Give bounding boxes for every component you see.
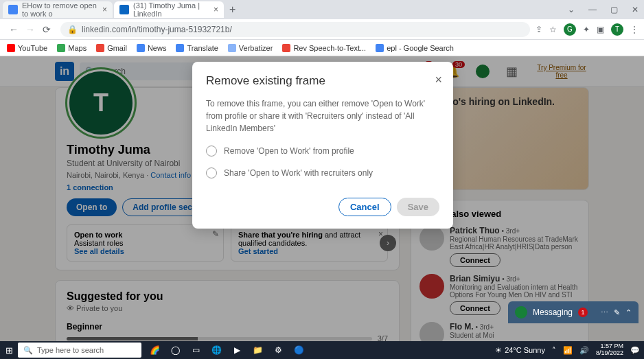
modal-description: To remove this frame, you can either rem… <box>206 97 439 135</box>
cancel-button[interactable]: Cancel <box>338 198 391 216</box>
menu-icon[interactable]: ⋮ <box>630 25 639 34</box>
volume-icon[interactable]: 🔊 <box>579 346 589 355</box>
modal-title: Remove existing frame <box>206 74 439 88</box>
sidepanel-icon[interactable]: ▣ <box>597 25 604 34</box>
browser-tab-strip: EHow to remove open to work o × (31) Tim… <box>0 0 644 19</box>
extensions-icon[interactable]: ✦ <box>583 25 590 34</box>
wifi-icon[interactable]: 📶 <box>563 346 573 355</box>
browser-tab-2[interactable]: (31) Timothy Juma | LinkedIn × <box>114 1 224 18</box>
remove-frame-modal: Remove existing frame × To remove this f… <box>192 62 453 229</box>
radio-icon[interactable] <box>206 167 217 178</box>
back-icon[interactable]: ← <box>5 24 22 35</box>
url-text: linkedin.com/in/timothy-juma-51932721b/ <box>82 25 232 34</box>
media-icon[interactable]: ▶ <box>229 343 244 357</box>
close-window-icon[interactable]: ✕ <box>629 5 641 14</box>
bookmark-translate[interactable]: Translate <box>176 44 218 52</box>
reload-icon[interactable]: ⟳ <box>38 24 55 35</box>
messaging-bar[interactable]: Messaging 1 ⋯ ✎ ⌃ <box>508 301 639 323</box>
address-bar: ← → ⟳ 🔒 linkedin.com/in/timothy-juma-519… <box>0 19 644 40</box>
taskbar-app-icon[interactable]: ▭ <box>188 343 203 357</box>
bookmark-rev[interactable]: Rev Speech-to-Text... <box>282 44 366 52</box>
settings-icon[interactable]: ⚙ <box>271 343 286 357</box>
save-button: Save <box>397 198 439 216</box>
new-tab-button[interactable]: + <box>229 3 235 16</box>
windows-search[interactable]: 🔍 Type here to search <box>18 343 141 358</box>
more-icon[interactable]: ⋯ <box>601 308 608 317</box>
messaging-label: Messaging <box>533 308 573 317</box>
tray-chevron-icon[interactable]: ˄ <box>552 346 556 355</box>
chrome-icon[interactable]: 🌐 <box>209 343 224 357</box>
cortana-icon[interactable]: 🌈 <box>147 343 162 357</box>
bookmarks-bar: YouTube Maps Gmail News Translate Verbat… <box>0 40 644 56</box>
chevron-up-icon[interactable]: ⌃ <box>625 308 632 317</box>
forward-icon[interactable]: → <box>22 24 38 35</box>
close-tab-icon[interactable]: × <box>102 5 107 14</box>
modal-actions: Cancel Save <box>206 198 439 216</box>
task-view-icon[interactable]: ◯ <box>168 343 183 357</box>
clock[interactable]: 1:57 PM 8/19/2022 <box>596 343 623 357</box>
grammarly-icon[interactable]: G <box>564 23 576 36</box>
messaging-avatar <box>515 306 527 319</box>
bookmark-verbatizer[interactable]: Verbatizer <box>228 44 273 52</box>
star-icon[interactable]: ☆ <box>549 25 557 34</box>
tab-favicon <box>8 5 18 14</box>
profile-avatar-icon[interactable]: T <box>611 23 623 36</box>
url-input[interactable]: 🔒 linkedin.com/in/timothy-juma-51932721b… <box>60 22 530 37</box>
search-icon: 🔍 <box>23 346 33 355</box>
close-tab-icon[interactable]: × <box>214 5 218 14</box>
lock-icon: 🔒 <box>67 25 78 34</box>
chrome2-icon[interactable]: 🔵 <box>291 343 306 357</box>
messaging-badge: 1 <box>578 308 588 317</box>
windows-taskbar: ⊞ 🔍 Type here to search 🌈 ◯ ▭ 🌐 ▶ 📁 ⚙ 🔵 … <box>0 341 644 359</box>
bookmark-gmail[interactable]: Gmail <box>96 44 127 52</box>
browser-tab-1[interactable]: EHow to remove open to work o × <box>3 1 113 18</box>
minimize-icon[interactable]: — <box>586 5 599 14</box>
bookmark-maps[interactable]: Maps <box>57 44 87 52</box>
maximize-icon[interactable]: ▢ <box>608 5 621 14</box>
window-controls: ⌄ — ▢ ✕ <box>565 5 641 14</box>
notifications-icon[interactable]: 💬 <box>630 346 640 355</box>
radio-option-recruiters[interactable]: Share 'Open to Work' with recruiters onl… <box>206 167 439 178</box>
compose-icon[interactable]: ✎ <box>614 308 620 317</box>
tab-favicon <box>119 5 129 14</box>
tab-title: EHow to remove open to work o <box>22 1 98 18</box>
start-button[interactable]: ⊞ <box>0 345 18 356</box>
tab-title: (31) Timothy Juma | LinkedIn <box>133 1 209 18</box>
extension-icons: ⇪ ☆ G ✦ ▣ T ⋮ <box>536 23 639 36</box>
radio-icon[interactable] <box>206 146 217 157</box>
bookmark-news[interactable]: News <box>137 44 167 52</box>
share-icon[interactable]: ⇪ <box>536 25 542 34</box>
chevron-down-icon[interactable]: ⌄ <box>565 5 577 14</box>
explorer-icon[interactable]: 📁 <box>250 343 265 357</box>
close-modal-icon[interactable]: × <box>435 73 442 87</box>
radio-option-remove[interactable]: Remove 'Open to Work' from profile <box>206 146 439 157</box>
bookmark-youtube[interactable]: YouTube <box>7 44 47 52</box>
weather-widget[interactable]: ☀ 24°C Sunny <box>495 346 545 355</box>
bookmark-epl[interactable]: epl - Google Search <box>376 44 454 52</box>
